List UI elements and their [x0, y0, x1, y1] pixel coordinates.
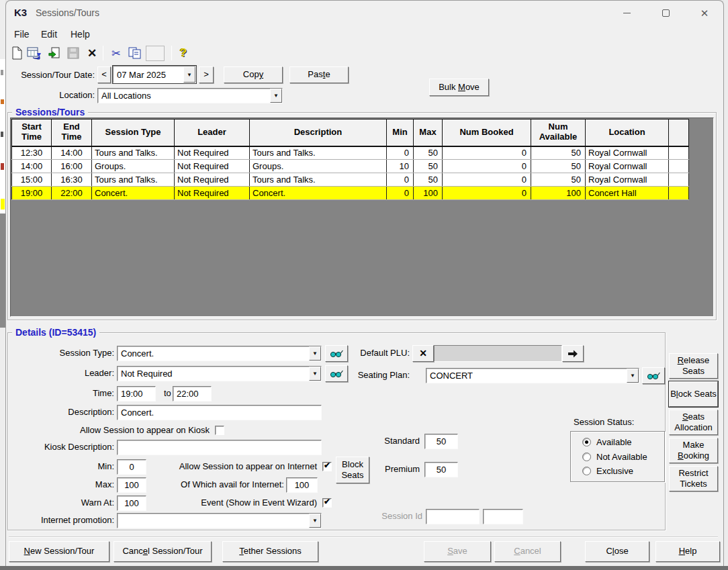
leader-input[interactable] [118, 367, 309, 381]
make-booking-button[interactable]: Make Booking [669, 438, 718, 463]
menu-file[interactable]: File [11, 28, 32, 41]
date-combobox[interactable]: ▼ [113, 66, 196, 83]
maximize-button[interactable] [651, 3, 680, 23]
table-row[interactable]: 12:3014:00 Tours and Talks.Not Required … [12, 146, 689, 160]
kiosk-checkbox[interactable] [215, 426, 224, 435]
blank-toolbar-button[interactable] [146, 46, 165, 61]
column-header: End Time [52, 120, 92, 146]
session-id-field1[interactable] [426, 510, 479, 524]
cancel-button[interactable]: Cancel [494, 541, 561, 562]
event-checkbox[interactable] [322, 498, 332, 508]
leader-browse-button[interactable] [325, 365, 348, 382]
minimize-button[interactable] [612, 3, 641, 23]
max-field[interactable] [118, 478, 146, 492]
seats-allocation-button[interactable]: Seats Allocation [669, 410, 718, 435]
save-icon[interactable] [65, 45, 81, 61]
leader-dropdown-button[interactable]: ▼ [309, 367, 321, 381]
chevron-down-icon: ▼ [187, 72, 192, 78]
seating-plan-combobox[interactable]: ▼ [426, 368, 639, 383]
restrict-tickets-button[interactable]: Restrict Tickets [669, 466, 718, 491]
column-header: Num Booked [443, 120, 531, 146]
close-dialog-button[interactable]: Close [585, 541, 649, 562]
calendar-transfer-icon[interactable] [26, 45, 42, 61]
internet-promotion-input[interactable] [118, 514, 309, 528]
status-not-available-radio[interactable] [582, 453, 591, 461]
min-field[interactable] [118, 460, 146, 474]
menu-edit[interactable]: Edit [38, 28, 60, 41]
bulk-move-button[interactable]: Bulk Move [429, 79, 489, 96]
internet-checkbox[interactable] [322, 462, 332, 471]
cancel-session-tour-button[interactable]: Cancel Session/Tour [113, 541, 212, 562]
block-seats-small-button[interactable]: Block Seats [336, 457, 369, 483]
sessions-table: Start Time End Time Session Type Leader … [11, 119, 689, 200]
help-icon[interactable]: ? [175, 45, 191, 61]
kiosk-description-field-wrap [117, 440, 322, 455]
time-label: Time: [8, 386, 114, 401]
session-type-browse-button[interactable] [325, 345, 348, 362]
import-document-icon[interactable] [46, 45, 62, 61]
maximize-icon [662, 9, 670, 17]
session-status-group: Available Not Available Exclusive [570, 431, 665, 482]
details-group: Details (ID=53415) Session Type: Leader:… [7, 332, 666, 530]
copy-icon[interactable] [127, 45, 143, 61]
status-exclusive-radio[interactable] [582, 467, 591, 475]
session-status-label: Session Status: [574, 415, 634, 430]
time-from-field[interactable] [118, 387, 155, 401]
internet-avail-field-wrap [286, 477, 318, 493]
cut-icon[interactable]: ✂ [108, 45, 124, 61]
table-row[interactable]: 15:0016:30 Tours and Talks.Not Required … [12, 173, 689, 187]
internet-promotion-combobox[interactable]: ▼ [117, 513, 322, 528]
leader-combobox[interactable]: ▼ [117, 366, 322, 381]
default-plu-label: Default PLU: [351, 346, 410, 361]
internet-promotion-dropdown-button[interactable]: ▼ [309, 514, 321, 528]
block-seats-button[interactable]: Block Seats [669, 381, 718, 407]
close-button[interactable]: ✕ [690, 3, 719, 23]
location-input[interactable] [98, 89, 270, 103]
kiosk-description-label: Kiosk Description: [8, 440, 114, 455]
seating-plan-input[interactable] [426, 369, 627, 383]
new-session-tour-button[interactable]: New Session/Tour [9, 541, 109, 562]
copy-button[interactable]: Copy [224, 66, 283, 83]
time-to-field[interactable] [173, 387, 211, 401]
column-header: Description [250, 120, 387, 146]
status-available-radio[interactable] [582, 438, 591, 446]
delete-icon[interactable]: ✕ [84, 45, 100, 61]
help-button[interactable]: Help [655, 541, 720, 562]
paste-button[interactable]: Paste [289, 66, 349, 83]
default-plu-field[interactable] [435, 346, 561, 361]
premium-field[interactable] [425, 463, 457, 477]
table-row-selected[interactable]: 19:0022:00 Concert.Not Required Concert.… [12, 187, 689, 200]
default-plu-select-button[interactable] [562, 345, 584, 362]
standard-field-wrap [424, 434, 458, 449]
default-plu-clear-button[interactable]: ✕ [412, 345, 434, 362]
date-next-button[interactable]: > [199, 66, 214, 83]
kiosk-description-field[interactable] [118, 440, 321, 455]
save-button[interactable]: Save [424, 541, 491, 562]
date-dropdown-button[interactable]: ▼ [183, 66, 195, 83]
session-type-dropdown-button[interactable]: ▼ [309, 346, 321, 361]
seating-plan-dropdown-button[interactable]: ▼ [627, 369, 639, 383]
location-dropdown-button[interactable]: ▼ [270, 89, 282, 103]
internet-avail-field[interactable] [287, 478, 317, 492]
tether-sessions-button[interactable]: Tether Sessions [222, 541, 318, 562]
table-header-row: Start Time End Time Session Type Leader … [12, 120, 689, 146]
toolbar: ✕ ✂ ? [6, 42, 723, 64]
event-checkbox-label: Event (Show in Event Wizard) [156, 495, 317, 510]
description-field[interactable] [118, 406, 321, 420]
session-id-field2[interactable] [484, 510, 522, 524]
session-type-combobox[interactable]: ▼ [117, 346, 322, 361]
release-seats-button[interactable]: Release Seats [669, 353, 718, 379]
seating-plan-browse-button[interactable] [642, 367, 665, 384]
location-combobox[interactable]: ▼ [97, 88, 283, 103]
toolbar-separator [103, 46, 103, 60]
max-label: Max: [8, 477, 114, 492]
new-document-icon[interactable] [9, 45, 25, 61]
date-prev-button[interactable]: < [97, 66, 111, 83]
leader-label: Leader: [8, 366, 114, 381]
menu-help[interactable]: Help [68, 28, 93, 41]
standard-field[interactable] [425, 434, 457, 448]
date-input[interactable] [113, 66, 183, 83]
session-type-input[interactable] [118, 346, 309, 361]
table-row[interactable]: 14:0016:00 Groups.Not Required Groups.10… [12, 160, 689, 173]
warn-at-field[interactable] [118, 496, 146, 510]
